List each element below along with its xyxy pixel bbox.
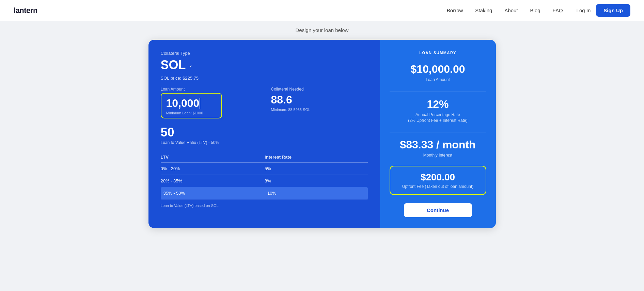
summary-apr-label: Annual Percentage Rate (2% Upfront Fee +… xyxy=(408,112,467,124)
collateral-type-label: Collateral Type xyxy=(161,51,368,56)
summary-apr-value: 12% xyxy=(408,98,467,111)
left-panel: Collateral Type SOL ⌄ SOL price: $225.75… xyxy=(148,40,380,228)
nav-blog[interactable]: Blog xyxy=(530,7,540,13)
nav-faq[interactable]: FAQ xyxy=(553,7,563,13)
loan-amount-box: 10,000 Minimum Loan: $1000 xyxy=(161,93,222,118)
loan-amount-label: Loan Amount xyxy=(161,87,257,92)
table-header-ltv: LTV xyxy=(161,152,265,163)
summary-monthly-value: $83.33 / month xyxy=(400,139,475,151)
page-subtitle: Design your loan below xyxy=(0,21,644,36)
divider xyxy=(390,92,486,92)
summary-apr: 12% Annual Percentage Rate (2% Upfront F… xyxy=(408,98,467,124)
ltv-note: Loan to Value (LTV) based on SOL xyxy=(161,204,368,208)
rate-table: LTV Interest Rate 0% - 20% 5% 20% - 35% … xyxy=(161,152,368,199)
table-cell-ltv: 20% - 35% xyxy=(161,175,265,187)
summary-loan-amount-label: Loan Amount xyxy=(410,77,465,83)
loan-summary-title: LOAN SUMMARY xyxy=(419,51,456,55)
summary-monthly-label: Monthly Interest xyxy=(400,152,475,158)
collateral-needed-group: Collateral Needed 88.6 Minimum: 88.5955 … xyxy=(271,87,368,118)
nav: Borrow Staking About Blog FAQ xyxy=(447,7,563,13)
divider xyxy=(390,132,486,132)
chevron-down-icon[interactable]: ⌄ xyxy=(189,62,193,68)
summary-monthly: $83.33 / month Monthly Interest xyxy=(400,139,475,158)
loan-amount-group: Loan Amount 10,000 Minimum Loan: $1000 xyxy=(161,87,257,118)
table-cell-ltv: 35% - 50% xyxy=(161,187,265,199)
collateral-needed-value: 88.6 xyxy=(271,94,368,106)
sol-price: SOL price: $225.75 xyxy=(161,76,368,81)
collateral-needed-note: Minimum: 88.5955 SOL xyxy=(271,108,368,112)
collateral-value: SOL xyxy=(161,58,186,72)
text-cursor xyxy=(200,98,200,109)
ltv-value: 50 xyxy=(161,125,368,140)
continue-button[interactable]: Continue xyxy=(404,203,472,217)
loan-card: Collateral Type SOL ⌄ SOL price: $225.75… xyxy=(148,40,496,228)
loan-amount-note: Minimum Loan: $1000 xyxy=(166,111,217,115)
table-cell-rate: 10% xyxy=(265,187,367,199)
logo: lantern xyxy=(14,6,37,15)
summary-loan-amount-value: $10,000.00 xyxy=(410,63,465,76)
login-button[interactable]: Log In xyxy=(577,7,591,13)
upfront-fee-label: Upfront Fee (Taken out of loan amount) xyxy=(398,184,477,189)
upfront-fee-box: $200.00 Upfront Fee (Taken out of loan a… xyxy=(390,166,486,195)
nav-borrow[interactable]: Borrow xyxy=(447,7,463,13)
collateral-needed-label: Collateral Needed xyxy=(271,87,368,92)
ltv-label: Loan to Value Ratio (LTV) - 50% xyxy=(161,140,368,145)
ltv-section: 50 Loan to Value Ratio (LTV) - 50% xyxy=(161,125,368,145)
right-panel: LOAN SUMMARY $10,000.00 Loan Amount 12% … xyxy=(380,40,496,228)
inputs-row: Loan Amount 10,000 Minimum Loan: $1000 C… xyxy=(161,87,368,118)
table-cell-rate: 8% xyxy=(265,175,367,187)
table-cell-rate: 5% xyxy=(265,163,367,175)
collateral-selector[interactable]: SOL ⌄ xyxy=(161,58,368,72)
table-cell-ltv: 0% - 20% xyxy=(161,163,265,175)
summary-loan-amount: $10,000.00 Loan Amount xyxy=(410,63,465,83)
signup-button[interactable]: Sign Up xyxy=(596,4,630,17)
table-row: 0% - 20% 5% xyxy=(161,163,368,175)
table-row-highlighted: 35% - 50% 10% xyxy=(161,187,368,199)
upfront-fee-amount: $200.00 xyxy=(398,172,477,183)
nav-about[interactable]: About xyxy=(504,7,518,13)
main-container: Collateral Type SOL ⌄ SOL price: $225.75… xyxy=(135,40,509,228)
loan-amount-value[interactable]: 10,000 xyxy=(166,97,217,110)
table-row: 20% - 35% 8% xyxy=(161,175,368,187)
nav-staking[interactable]: Staking xyxy=(475,7,492,13)
table-header-rate: Interest Rate xyxy=(265,152,367,163)
auth-buttons: Log In Sign Up xyxy=(577,4,630,17)
header: lantern Borrow Staking About Blog FAQ Lo… xyxy=(0,0,644,21)
